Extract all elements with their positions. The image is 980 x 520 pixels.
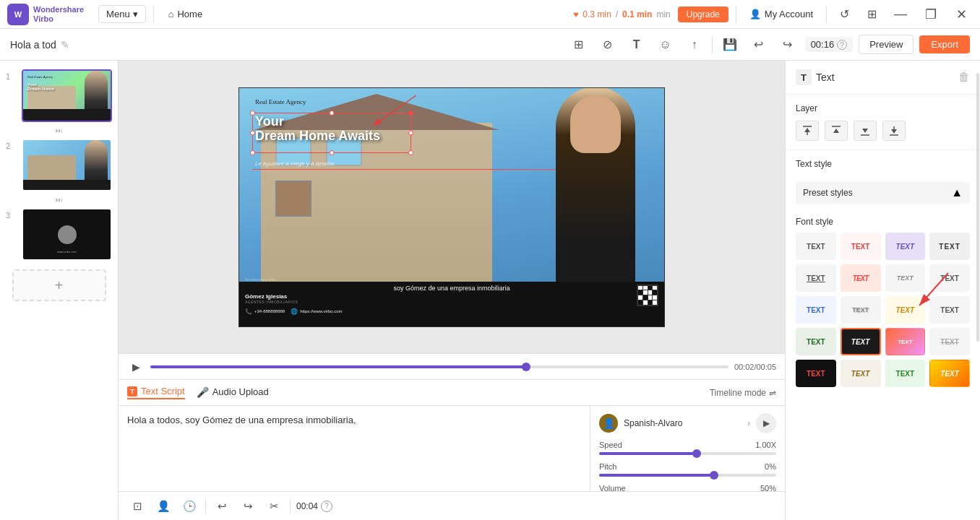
- play-voice-button[interactable]: ▶: [756, 413, 776, 433]
- slide-num-2: 2: [6, 142, 17, 150]
- speed-fill: [599, 452, 697, 455]
- undo-icon[interactable]: ↩: [747, 33, 770, 56]
- progress-thumb[interactable]: [522, 363, 530, 371]
- style-cell-7[interactable]: TEXT: [929, 264, 970, 292]
- edit-title-icon[interactable]: ✎: [61, 39, 69, 51]
- menu-button[interactable]: Menu ▾: [98, 5, 146, 23]
- time-info: ♥ 0.3 min / 0.1 min min: [573, 9, 671, 20]
- bottom-bar: Gómez Iglesias AGENTES INMOBILIARIOS 📞 +…: [239, 282, 664, 326]
- tab-audio-upload[interactable]: 🎤 Audio Upload: [197, 386, 269, 399]
- voice-name: Spanish-Alvaro: [624, 418, 742, 428]
- style-cell-11[interactable]: TEXT: [929, 296, 970, 324]
- slide-separator-2[interactable]: ⏭: [4, 194, 113, 205]
- script-text[interactable]: Hola a todos, soy Gómez de una empresa i…: [119, 406, 590, 491]
- text-icon[interactable]: T: [625, 33, 648, 56]
- tab-text-script[interactable]: T Text Script: [127, 386, 185, 399]
- export-button[interactable]: Export: [919, 35, 970, 53]
- save-icon[interactable]: 💾: [718, 33, 742, 56]
- slide-thumb-bg-2: [23, 140, 111, 190]
- agent-name-text: Gómez Iglesias: [245, 293, 343, 300]
- canvas-container[interactable]: Real Estate Agency Your Dream Home Await…: [119, 61, 785, 353]
- slide-thumb-3[interactable]: www.virbo.com: [22, 208, 112, 261]
- style-cell-15[interactable]: TEXT: [929, 328, 970, 355]
- voice-selector[interactable]: 👤 Spanish-Alvaro › ▶: [599, 413, 776, 433]
- pitch-thumb[interactable]: [710, 471, 718, 480]
- speed-slider[interactable]: [599, 452, 776, 455]
- bt-divider: [205, 499, 206, 514]
- delete-text-icon[interactable]: 🗑: [958, 71, 970, 84]
- layer-to-bottom-button[interactable]: [882, 121, 906, 141]
- layer-to-top-button[interactable]: [796, 121, 819, 141]
- insert-icon[interactable]: ⊡: [127, 496, 147, 516]
- crop-icon[interactable]: ⊘: [596, 33, 619, 56]
- time-counter: 00:02/00:05: [734, 363, 776, 371]
- current-time: 00:02: [734, 363, 755, 371]
- clock-icon[interactable]: 🕒: [179, 496, 199, 516]
- logo-icon: W: [7, 4, 29, 25]
- headline-text[interactable]: Your Dream Home Awaits: [255, 114, 380, 144]
- style-cell-8[interactable]: TEXT: [796, 296, 836, 324]
- slide-thumb-2[interactable]: [22, 139, 112, 191]
- maximize-button[interactable]: ❐: [919, 0, 942, 29]
- style-cell-0[interactable]: TEXT: [796, 233, 836, 260]
- style-cell-3[interactable]: TEXT: [929, 233, 970, 260]
- website-text: https://www.virbo.com: [300, 309, 342, 313]
- layer-up-button[interactable]: [825, 121, 848, 141]
- redo-icon[interactable]: ↪: [776, 33, 799, 56]
- slide-thumb-bg-3: www.virbo.com: [23, 209, 111, 259]
- speed-thumb[interactable]: [692, 449, 701, 458]
- divider2: [736, 6, 736, 23]
- layer-down-button[interactable]: [854, 121, 877, 141]
- voice-arrow-icon: ›: [747, 418, 750, 428]
- top-bar: W Wondershare Virbo Menu ▾ ⌂ Home ♥ 0.3 …: [0, 0, 980, 29]
- upgrade-button[interactable]: Upgrade: [678, 6, 728, 22]
- progress-bar[interactable]: [150, 365, 728, 368]
- home-button[interactable]: ⌂ Home: [161, 6, 210, 22]
- style-cell-14[interactable]: TEXT: [885, 328, 926, 355]
- slide-item-3[interactable]: 3 www.virbo.com: [4, 205, 113, 264]
- undo-topbar-icon[interactable]: ↺: [834, 4, 854, 25]
- preset-header[interactable]: Preset styles ▲: [796, 182, 970, 204]
- slide-thumb-1[interactable]: Real Estate Agency YourDream Home: [22, 69, 112, 122]
- bt-help-icon[interactable]: ?: [321, 500, 332, 512]
- style-cell-4[interactable]: TEXT: [796, 264, 836, 292]
- right-scrollbar[interactable]: [976, 72, 980, 520]
- text-style-section: Text style Preset styles ▲ Font style TE…: [786, 150, 980, 520]
- align-icon[interactable]: ⊞: [567, 33, 590, 56]
- scissors-icon[interactable]: ✂: [264, 496, 284, 516]
- script-area: T Text Script 🎤 Audio Upload Timeline mo…: [119, 379, 785, 520]
- slide-item-2[interactable]: 2: [4, 136, 113, 194]
- upload-icon[interactable]: ↑: [683, 33, 706, 56]
- slide-separator-1[interactable]: ⏭: [4, 125, 113, 136]
- account-button[interactable]: 👤 My Account: [744, 9, 819, 20]
- timeline-mode[interactable]: Timeline mode ⇌: [710, 388, 776, 398]
- play-button[interactable]: ▶: [127, 358, 145, 376]
- watermark: Wondershare virbo: [245, 277, 275, 282]
- add-slide-button[interactable]: +: [12, 269, 106, 301]
- emoji-icon[interactable]: ☺: [654, 33, 677, 56]
- volume-label-row: Volume 50%: [599, 484, 776, 491]
- style-cell-13[interactable]: TEXT: [841, 328, 881, 355]
- style-cell-6[interactable]: TEXT: [885, 264, 926, 292]
- separator-icon-2: ⏭: [56, 196, 63, 204]
- menu-label: Menu: [106, 9, 130, 20]
- grid-icon[interactable]: ⊞: [861, 4, 882, 25]
- avatar-area: [549, 88, 650, 282]
- minimize-button[interactable]: —: [889, 0, 912, 29]
- slide-item-1[interactable]: 1 Real Estate Agency YourDream Home: [4, 66, 113, 125]
- time-help-icon[interactable]: ?: [837, 40, 847, 50]
- style-cell-2[interactable]: TEXT: [885, 233, 926, 260]
- layer-bottom-icon: [888, 125, 900, 136]
- undo-bt-icon[interactable]: ↩: [212, 496, 232, 516]
- close-button[interactable]: ✕: [950, 0, 973, 29]
- speed-label: Speed: [599, 441, 622, 449]
- style-cell-5[interactable]: TEXT: [841, 264, 881, 292]
- redo-bt-icon[interactable]: ↪: [238, 496, 258, 516]
- style-cell-12[interactable]: TEXT: [796, 328, 836, 355]
- style-cell-9[interactable]: TEXT: [841, 296, 881, 324]
- style-cell-1[interactable]: TEXT: [841, 233, 881, 260]
- avatar-icon[interactable]: 👤: [153, 496, 173, 516]
- style-cell-10[interactable]: TEXT: [885, 296, 926, 324]
- pitch-slider[interactable]: [599, 474, 776, 477]
- preview-button[interactable]: Preview: [859, 35, 914, 54]
